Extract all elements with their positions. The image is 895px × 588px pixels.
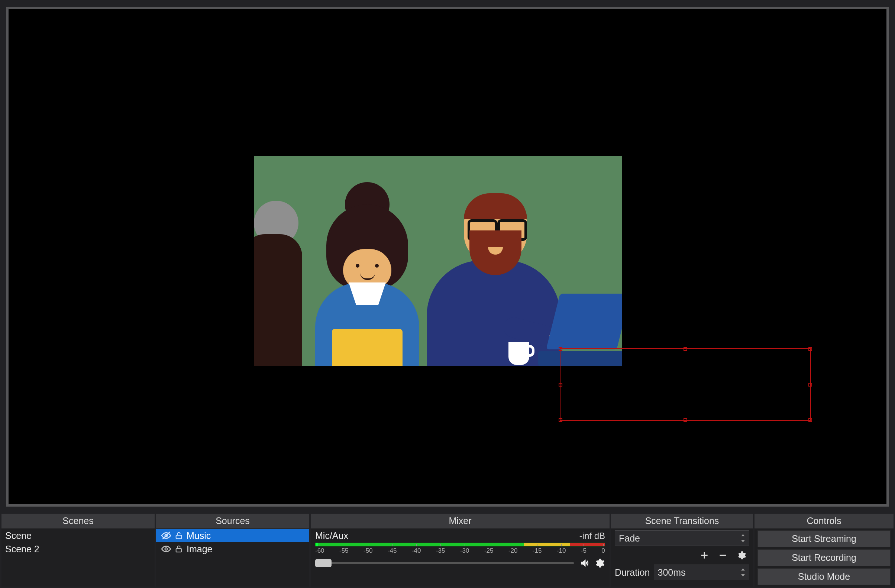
volume-thumb[interactable] xyxy=(315,559,332,567)
lock-open-icon[interactable] xyxy=(173,544,185,553)
controls-panel: Controls Start Streaming Start Recording… xyxy=(754,514,893,586)
svg-rect-2 xyxy=(176,535,182,539)
scene-item[interactable]: Scene xyxy=(2,529,155,542)
transitions-header: Scene Transitions xyxy=(611,514,753,529)
resize-handle[interactable] xyxy=(809,347,812,351)
scenes-list[interactable]: Scene Scene 2 xyxy=(2,529,155,586)
transition-selected: Fade xyxy=(619,533,640,544)
start-streaming-button[interactable]: Start Streaming xyxy=(757,530,890,547)
resize-handle[interactable] xyxy=(559,418,562,422)
plus-icon[interactable] xyxy=(699,550,710,561)
lock-open-icon[interactable] xyxy=(173,531,185,540)
resize-handle[interactable] xyxy=(559,347,562,351)
scene-label: Scene xyxy=(5,530,32,541)
eye-off-icon[interactable] xyxy=(160,531,173,540)
minus-icon[interactable] xyxy=(718,550,728,561)
sources-header: Sources xyxy=(156,514,309,529)
volume-slider[interactable] xyxy=(315,562,574,564)
stepper-icon[interactable] xyxy=(739,532,748,544)
scenes-panel: Scenes Scene Scene 2 xyxy=(2,514,155,586)
source-item[interactable]: Image xyxy=(156,542,309,556)
preview-source-image[interactable] xyxy=(254,156,622,366)
mixer-level: -inf dB xyxy=(579,531,605,541)
preview-area[interactable] xyxy=(6,7,889,506)
start-recording-button[interactable]: Start Recording xyxy=(757,549,890,566)
mixer-channel-name: Mic/Aux xyxy=(315,530,579,541)
studio-mode-button[interactable]: Studio Mode xyxy=(757,568,890,585)
sources-list[interactable]: Music Image xyxy=(156,529,309,586)
bottom-panels: Scenes Scene Scene 2 Sources Music xyxy=(0,514,895,588)
transition-select[interactable]: Fade xyxy=(615,530,749,546)
scenes-header: Scenes xyxy=(2,514,155,529)
selection-bounds[interactable] xyxy=(560,348,811,421)
stepper-icon[interactable] xyxy=(739,567,748,578)
gear-icon[interactable] xyxy=(736,550,747,561)
gear-icon[interactable] xyxy=(594,558,605,569)
svg-rect-4 xyxy=(176,549,182,552)
sources-panel: Sources Music Image xyxy=(156,514,309,586)
resize-handle[interactable] xyxy=(684,418,687,422)
resize-handle[interactable] xyxy=(684,347,687,351)
resize-handle[interactable] xyxy=(559,383,562,386)
transitions-panel: Scene Transitions Fade Durat xyxy=(611,514,753,586)
scene-item[interactable]: Scene 2 xyxy=(2,542,155,556)
mixer-header: Mixer xyxy=(311,514,610,529)
duration-value: 300ms xyxy=(658,567,686,578)
mixer-channel: Mic/Aux -inf dB -60-55-50 -45-40-35 -30-… xyxy=(311,529,610,586)
resize-handle[interactable] xyxy=(809,383,812,386)
source-label: Image xyxy=(187,544,212,555)
eye-icon[interactable] xyxy=(160,544,173,554)
source-label: Music xyxy=(187,530,211,541)
svg-point-3 xyxy=(165,548,168,550)
speaker-icon[interactable] xyxy=(579,558,590,569)
scene-label: Scene 2 xyxy=(5,544,39,555)
mixer-scale: -60-55-50 -45-40-35 -30-25-20 -15-10-5 0 xyxy=(315,547,605,555)
source-item[interactable]: Music xyxy=(156,529,309,542)
mixer-panel: Mixer Mic/Aux -inf dB -60-55-50 -45-40-3… xyxy=(311,514,610,586)
duration-input[interactable]: 300ms xyxy=(654,565,750,580)
duration-label: Duration xyxy=(615,567,650,578)
resize-handle[interactable] xyxy=(809,418,812,422)
controls-header: Controls xyxy=(754,514,893,529)
